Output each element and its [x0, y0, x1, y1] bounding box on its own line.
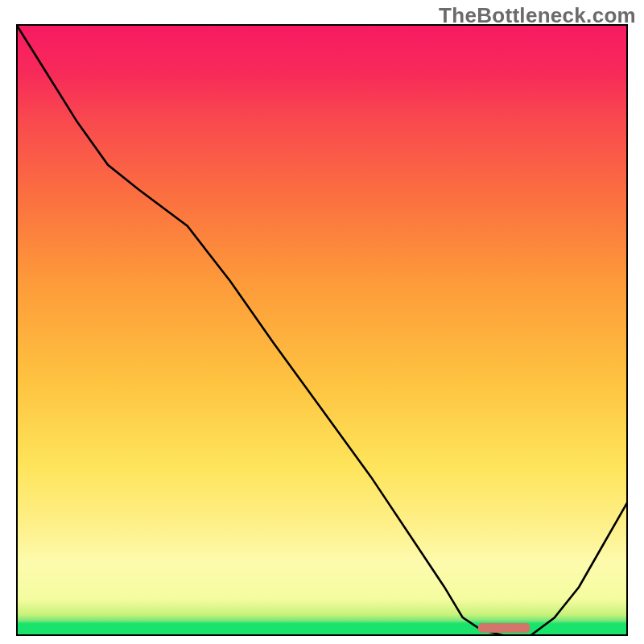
plot-overlay-svg	[16, 24, 628, 636]
bottleneck-chart: TheBottleneck.com	[0, 0, 644, 644]
watermark-text: TheBottleneck.com	[439, 3, 636, 28]
optimum-marker	[478, 623, 530, 633]
plot-area	[16, 24, 628, 636]
bottleneck-curve	[16, 24, 628, 636]
